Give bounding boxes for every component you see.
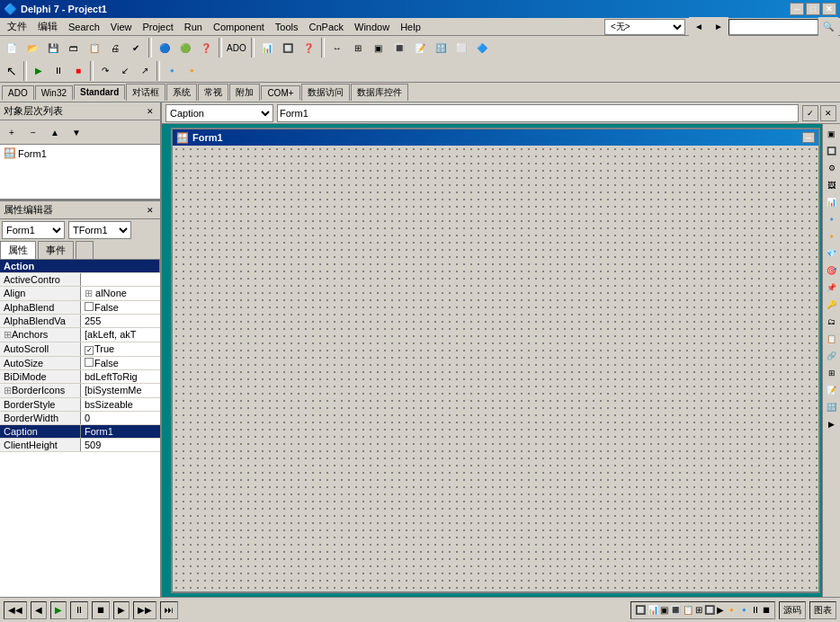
- tb-extra-2[interactable]: 🔸: [182, 61, 201, 81]
- status-nav-1[interactable]: ◀◀: [4, 601, 27, 619]
- tb-std-6[interactable]: 🔠: [431, 38, 451, 58]
- tab-db-ctrl[interactable]: 数据库控件: [351, 84, 408, 101]
- rs-btn-9[interactable]: 🎯: [824, 262, 840, 279]
- props-close-btn[interactable]: ✕: [144, 204, 156, 217]
- rs-btn-6[interactable]: 🔹: [824, 211, 840, 227]
- save-all-button[interactable]: 🗃: [64, 38, 84, 58]
- tab-win32[interactable]: Win32: [35, 85, 73, 100]
- status-nav-5[interactable]: ⏭: [160, 601, 178, 619]
- step-over-btn[interactable]: ↷: [95, 61, 115, 81]
- tab-normal[interactable]: 常视: [198, 84, 228, 101]
- props-row-borderwidth[interactable]: BorderWidth 0: [0, 412, 160, 425]
- props-row-borderstyle[interactable]: BorderStyle bsSizeable: [0, 398, 160, 412]
- rs-btn-11[interactable]: 🔑: [824, 297, 840, 313]
- toggle-btn-2[interactable]: 🟢: [175, 38, 195, 58]
- search-input[interactable]: [728, 19, 818, 35]
- status-stop[interactable]: ⏹: [92, 601, 110, 619]
- tab-data-access[interactable]: 数据访问: [301, 84, 350, 101]
- tb-std-3[interactable]: ▣: [369, 38, 389, 58]
- search-go-button[interactable]: 🔍: [818, 17, 838, 37]
- rs-btn-16[interactable]: 📝: [824, 382, 840, 398]
- close-button[interactable]: ✕: [822, 3, 836, 15]
- status-source-btn[interactable]: 源码: [779, 601, 806, 619]
- props-row-caption-selected[interactable]: Caption Form1: [0, 425, 160, 439]
- rs-btn-7[interactable]: 🔸: [824, 228, 840, 244]
- obj-del-btn[interactable]: −: [23, 122, 43, 142]
- tb-std-4[interactable]: 🔳: [389, 38, 409, 58]
- save-button[interactable]: 💾: [43, 38, 63, 58]
- tab-com[interactable]: COM+: [261, 85, 299, 100]
- obj-add-btn[interactable]: +: [2, 122, 22, 142]
- props-row-alphablend[interactable]: AlphaBlend False: [0, 301, 160, 315]
- tab-properties[interactable]: 属性: [0, 241, 36, 259]
- maximize-button[interactable]: □: [806, 3, 820, 15]
- rs-btn-3[interactable]: ⚙: [824, 160, 840, 176]
- rs-btn-15[interactable]: ⊞: [824, 365, 840, 381]
- menu-view[interactable]: View: [105, 20, 138, 34]
- open-button[interactable]: 📂: [22, 38, 42, 58]
- props-row-bordericons[interactable]: ⊞BorderIcons [biSystemMe: [0, 384, 160, 398]
- pause-button[interactable]: ⏸: [49, 61, 68, 81]
- tab-events[interactable]: 事件: [38, 241, 74, 259]
- status-chart-btn[interactable]: 图表: [809, 601, 836, 619]
- status-nav-4[interactable]: ▶▶: [133, 601, 156, 619]
- minimize-button[interactable]: ─: [790, 3, 804, 15]
- next-button[interactable]: ►: [709, 17, 728, 37]
- design-grid[interactable]: [173, 146, 818, 591]
- menu-cnpack[interactable]: CnPack: [304, 20, 350, 34]
- step-into-btn[interactable]: ↙: [115, 61, 135, 81]
- prev-button[interactable]: ◄: [689, 17, 709, 37]
- prop-ok-icon[interactable]: ✓: [802, 105, 818, 121]
- props-row-activecontro[interactable]: ActiveContro: [0, 273, 160, 287]
- rs-btn-8[interactable]: 💎: [824, 245, 840, 262]
- status-pause[interactable]: ⏸: [70, 601, 88, 619]
- stop-button[interactable]: ■: [68, 61, 88, 81]
- tb-win32-3[interactable]: ❓: [299, 38, 318, 58]
- menu-edit[interactable]: 编辑: [32, 18, 63, 35]
- tab-system[interactable]: 系统: [166, 84, 197, 101]
- panel-close-btn[interactable]: ✕: [144, 105, 156, 118]
- menu-help[interactable]: Help: [395, 20, 426, 34]
- help-btn[interactable]: ❓: [196, 38, 216, 58]
- pointer-tool[interactable]: ↖: [2, 61, 22, 81]
- rs-btn-18[interactable]: ▶: [824, 416, 840, 432]
- tb-win32-1[interactable]: 📊: [257, 38, 277, 58]
- menu-search[interactable]: Search: [63, 20, 105, 34]
- property-combo[interactable]: Caption: [165, 104, 273, 122]
- props-row-anchors[interactable]: ⊞Anchors [akLeft, akT: [0, 328, 160, 342]
- object-selector-combo[interactable]: <无>: [604, 19, 685, 35]
- status-play[interactable]: ▶: [50, 601, 67, 619]
- tab-ado[interactable]: ADO: [2, 85, 34, 100]
- status-nav-3[interactable]: ▶: [113, 601, 130, 619]
- rs-btn-1[interactable]: ▣: [824, 126, 840, 142]
- tb-std-2[interactable]: ⊞: [348, 38, 368, 58]
- tab-extra[interactable]: 附加: [229, 84, 260, 101]
- props-row-align[interactable]: Align ⊞ alNone: [0, 287, 160, 301]
- tb-btn-2[interactable]: 🖨: [105, 38, 125, 58]
- menu-component[interactable]: Component: [208, 20, 270, 34]
- tb-btn-1[interactable]: 📋: [85, 38, 104, 58]
- menu-run[interactable]: Run: [179, 20, 208, 34]
- tb-extra-1[interactable]: 🔹: [162, 61, 182, 81]
- tab-standard[interactable]: Standard: [74, 84, 125, 100]
- props-row-alphablendva[interactable]: AlphaBlendVa 255: [0, 315, 160, 328]
- props-row-bidimode[interactable]: BiDiMode bdLeftToRig: [0, 370, 160, 384]
- menu-file[interactable]: 文件: [2, 18, 32, 35]
- menu-project[interactable]: Project: [138, 20, 179, 34]
- status-nav-2[interactable]: ◀: [31, 601, 47, 619]
- rs-btn-2[interactable]: 🔲: [824, 143, 840, 159]
- menu-window[interactable]: Window: [349, 20, 395, 34]
- tb-std-8[interactable]: 🔷: [472, 38, 492, 58]
- tree-item-form1[interactable]: 🪟 Form1: [2, 147, 158, 161]
- props-row-autoscroll[interactable]: AutoScroll ✓True: [0, 342, 160, 357]
- rs-btn-14[interactable]: 🔗: [824, 348, 840, 364]
- tab-dialogs[interactable]: 对话框: [126, 84, 165, 101]
- property-value-input[interactable]: [277, 104, 799, 122]
- step-out-btn[interactable]: ↗: [135, 61, 155, 81]
- rs-btn-12[interactable]: 🗂: [824, 314, 840, 330]
- props-row-clientheight[interactable]: ClientHeight 509: [0, 439, 160, 452]
- props-form-select2[interactable]: TForm1: [68, 221, 131, 239]
- tb-std-7[interactable]: ⬜: [451, 38, 471, 58]
- props-row-autosize[interactable]: AutoSize False: [0, 357, 160, 370]
- tb-btn-3[interactable]: ✔: [126, 38, 146, 58]
